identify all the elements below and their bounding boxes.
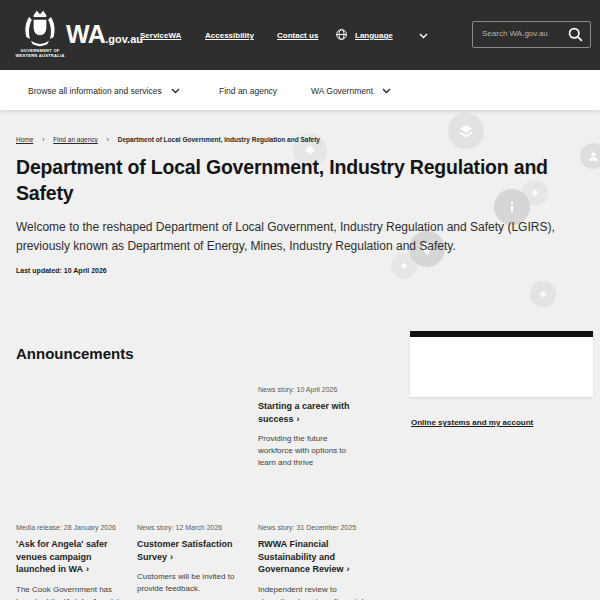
accessibility-link[interactable]: Accessibility bbox=[205, 31, 254, 40]
wa-gov-logo[interactable]: WA.gov.au bbox=[66, 20, 143, 49]
chevron-right-icon: › bbox=[170, 552, 173, 562]
crest-shield bbox=[34, 20, 47, 35]
breadcrumb-separator-icon: › bbox=[42, 136, 44, 143]
person-icon bbox=[587, 150, 600, 163]
card-title-link[interactable]: Customer Satisfaction Survey› bbox=[137, 538, 241, 563]
breadcrumb-find-an-agency-link[interactable]: Find an agency bbox=[53, 136, 97, 143]
card-meta: News story: 31 December 2025 bbox=[258, 524, 364, 531]
chevron-right-icon: › bbox=[347, 564, 350, 574]
card-meta: News story: 12 March 2026 bbox=[137, 524, 241, 531]
card-title-text: Starting a career with success bbox=[258, 401, 350, 424]
chevron-right-icon: › bbox=[86, 564, 89, 574]
language-link[interactable]: Language bbox=[355, 31, 393, 40]
crest-kangaroo-left bbox=[25, 17, 31, 39]
chevron-right-icon: › bbox=[297, 414, 300, 424]
logo-wa: WA bbox=[66, 20, 105, 48]
page-title: Department of Local Government, Industry… bbox=[16, 154, 564, 206]
diamond-icon bbox=[398, 260, 410, 272]
announcement-card: Media release: 28 January 2026 'Ask for … bbox=[16, 524, 120, 600]
decor-layers-bubble bbox=[448, 113, 484, 149]
chevron-down-icon bbox=[171, 88, 180, 94]
contact-us-link[interactable]: Contact us bbox=[277, 31, 318, 40]
logo-suffix: .gov.au bbox=[105, 33, 143, 45]
diamond-icon bbox=[537, 288, 549, 300]
nav-find-an-agency-label: Find an agency bbox=[219, 86, 277, 96]
card-description: Providing the future workforce with opti… bbox=[258, 433, 364, 469]
announcement-card: News story: 31 December 2025 RWWA Financ… bbox=[258, 524, 364, 600]
decor-diamond-bubble bbox=[530, 281, 556, 307]
sidebar-media-topbar bbox=[410, 331, 593, 337]
page-intro: Welcome to the reshaped Department of Lo… bbox=[16, 218, 592, 256]
online-systems-link[interactable]: Online systems and my account bbox=[411, 418, 533, 427]
breadcrumb-home-link[interactable]: Home bbox=[16, 136, 33, 143]
card-title-link[interactable]: Starting a career with success› bbox=[258, 400, 364, 425]
site-search bbox=[472, 21, 591, 48]
announcement-card: News story: 10 April 2026 Starting a car… bbox=[258, 386, 364, 469]
card-title-text: 'Ask for Angela' safer venues campaign l… bbox=[16, 539, 107, 574]
card-meta: News story: 10 April 2026 bbox=[258, 386, 364, 393]
announcement-card: News story: 12 March 2026 Customer Satis… bbox=[137, 524, 241, 595]
card-title-link[interactable]: RWWA Financial Sustainability and Govern… bbox=[258, 538, 364, 576]
breadcrumb-separator-icon: › bbox=[107, 136, 109, 143]
nav-browse-all-label: Browse all information and services bbox=[28, 86, 162, 96]
search-input[interactable] bbox=[473, 22, 570, 45]
crest-crown bbox=[34, 11, 47, 17]
announcements-heading: Announcements bbox=[16, 345, 134, 362]
globe-icon bbox=[335, 28, 348, 41]
card-description: Independent review to strengthen long-te… bbox=[258, 584, 364, 600]
breadcrumb-current: Department of Local Government, Industry… bbox=[118, 136, 320, 143]
nav-browse-all[interactable]: Browse all information and services bbox=[28, 86, 180, 96]
card-title-text: Customer Satisfaction Survey bbox=[137, 539, 233, 562]
crest-caption: GOVERNMENT OF WESTERN AUSTRALIA bbox=[10, 48, 70, 58]
chevron-down-icon bbox=[382, 88, 391, 94]
card-title-text: RWWA Financial Sustainability and Govern… bbox=[258, 539, 344, 574]
last-updated: Last updated: 10 April 2026 bbox=[16, 267, 107, 274]
nav-wa-government[interactable]: WA Government bbox=[311, 86, 391, 96]
nav-find-an-agency[interactable]: Find an agency bbox=[219, 86, 277, 96]
layers-icon bbox=[457, 122, 475, 140]
site-header: GOVERNMENT OF WESTERN AUSTRALIA WA.gov.a… bbox=[0, 0, 600, 70]
coat-of-arms-icon[interactable] bbox=[18, 8, 62, 48]
wa-gov-agency-page: GOVERNMENT OF WESTERN AUSTRALIA WA.gov.a… bbox=[0, 0, 600, 600]
decor-person-bubble bbox=[580, 143, 600, 169]
servicewa-link[interactable]: ServiceWA bbox=[140, 31, 181, 40]
main-navigation: Browse all information and services Find… bbox=[0, 70, 600, 110]
card-description: The Cook Government has launched the 'As… bbox=[16, 584, 120, 600]
search-icon[interactable] bbox=[567, 26, 584, 43]
breadcrumb: Home › Find an agency › Department of Lo… bbox=[16, 136, 320, 143]
nav-wa-government-label: WA Government bbox=[311, 86, 373, 96]
card-title-link[interactable]: 'Ask for Angela' safer venues campaign l… bbox=[16, 538, 120, 576]
crest-kangaroo-right bbox=[48, 17, 54, 39]
crest-base bbox=[31, 41, 49, 46]
card-meta: Media release: 28 January 2026 bbox=[16, 524, 120, 531]
sidebar-media-card[interactable] bbox=[410, 331, 593, 397]
language-caret-down-icon[interactable] bbox=[419, 33, 428, 39]
card-description: Customers will be invited to provide fee… bbox=[137, 571, 241, 595]
